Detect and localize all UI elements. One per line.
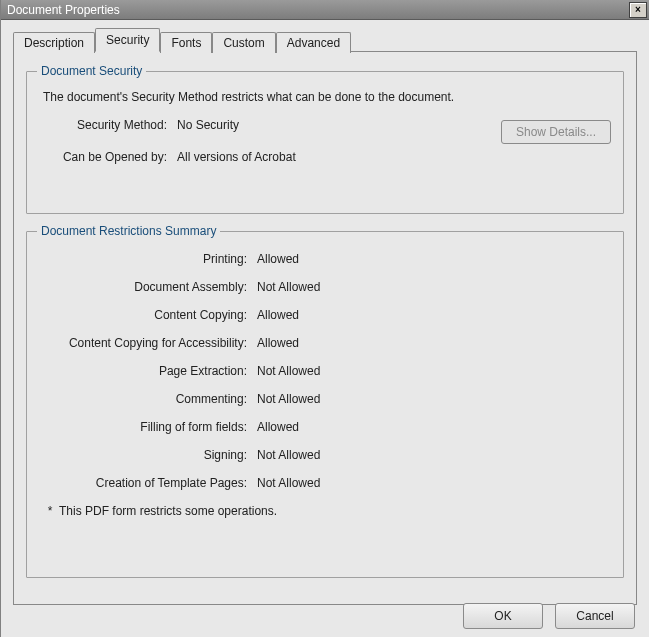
note-text: This PDF form restricts some operations.	[59, 504, 277, 518]
opened-by-value: All versions of Acrobat	[177, 150, 296, 164]
restriction-label: Content Copying for Accessibility:	[37, 336, 257, 350]
restriction-label: Page Extraction:	[37, 364, 257, 378]
opened-by-row: Can be Opened by: All versions of Acroba…	[37, 150, 613, 164]
close-icon: ×	[635, 4, 641, 15]
tab-fonts[interactable]: Fonts	[160, 32, 212, 53]
restriction-label: Signing:	[37, 448, 257, 462]
restriction-row: Content Copying for Accessibility:Allowe…	[37, 336, 613, 350]
restriction-value: Allowed	[257, 336, 299, 350]
dialog-buttons: OK Cancel	[463, 603, 635, 629]
restriction-row: Creation of Template Pages:Not Allowed	[37, 476, 613, 490]
tab-custom[interactable]: Custom	[212, 32, 275, 53]
tab-strip: Description Security Fonts Custom Advanc…	[13, 28, 637, 52]
document-properties-window: Document Properties × Description Securi…	[0, 0, 649, 637]
security-method-value: No Security	[177, 118, 239, 132]
show-details-button: Show Details...	[501, 120, 611, 144]
restriction-value: Not Allowed	[257, 392, 320, 406]
restriction-label: Document Assembly:	[37, 280, 257, 294]
restriction-row: Content Copying:Allowed	[37, 308, 613, 322]
restriction-label: Printing:	[37, 252, 257, 266]
restriction-value: Not Allowed	[257, 280, 320, 294]
cancel-button[interactable]: Cancel	[555, 603, 635, 629]
restrictions-list: Printing:AllowedDocument Assembly:Not Al…	[37, 252, 613, 490]
restrictions-group: Document Restrictions Summary Printing:A…	[26, 224, 624, 578]
restrictions-note: * This PDF form restricts some operation…	[41, 504, 613, 518]
security-description: The document's Security Method restricts…	[43, 90, 613, 104]
tab-security[interactable]: Security	[95, 28, 160, 52]
tab-advanced[interactable]: Advanced	[276, 32, 351, 53]
window-title: Document Properties	[7, 3, 120, 17]
titlebar: Document Properties ×	[1, 0, 649, 20]
security-method-label: Security Method:	[37, 118, 177, 132]
tab-description[interactable]: Description	[13, 32, 95, 53]
ok-button[interactable]: OK	[463, 603, 543, 629]
restriction-label: Content Copying:	[37, 308, 257, 322]
restriction-label: Creation of Template Pages:	[37, 476, 257, 490]
restriction-label: Filling of form fields:	[37, 420, 257, 434]
close-button[interactable]: ×	[629, 2, 647, 18]
document-security-legend: Document Security	[37, 64, 146, 78]
restriction-value: Allowed	[257, 308, 299, 322]
restriction-row: Printing:Allowed	[37, 252, 613, 266]
opened-by-label: Can be Opened by:	[37, 150, 177, 164]
restriction-value: Not Allowed	[257, 476, 320, 490]
restriction-row: Page Extraction:Not Allowed	[37, 364, 613, 378]
restriction-value: Not Allowed	[257, 448, 320, 462]
restriction-value: Allowed	[257, 420, 299, 434]
restriction-row: Commenting:Not Allowed	[37, 392, 613, 406]
note-asterisk: *	[41, 504, 59, 518]
restrictions-legend: Document Restrictions Summary	[37, 224, 220, 238]
restriction-row: Filling of form fields:Allowed	[37, 420, 613, 434]
restriction-row: Signing:Not Allowed	[37, 448, 613, 462]
security-panel: Document Security The document's Securit…	[13, 51, 637, 605]
restriction-row: Document Assembly:Not Allowed	[37, 280, 613, 294]
restriction-label: Commenting:	[37, 392, 257, 406]
content-area: Description Security Fonts Custom Advanc…	[1, 20, 649, 605]
restriction-value: Allowed	[257, 252, 299, 266]
document-security-group: Document Security The document's Securit…	[26, 64, 624, 214]
restriction-value: Not Allowed	[257, 364, 320, 378]
